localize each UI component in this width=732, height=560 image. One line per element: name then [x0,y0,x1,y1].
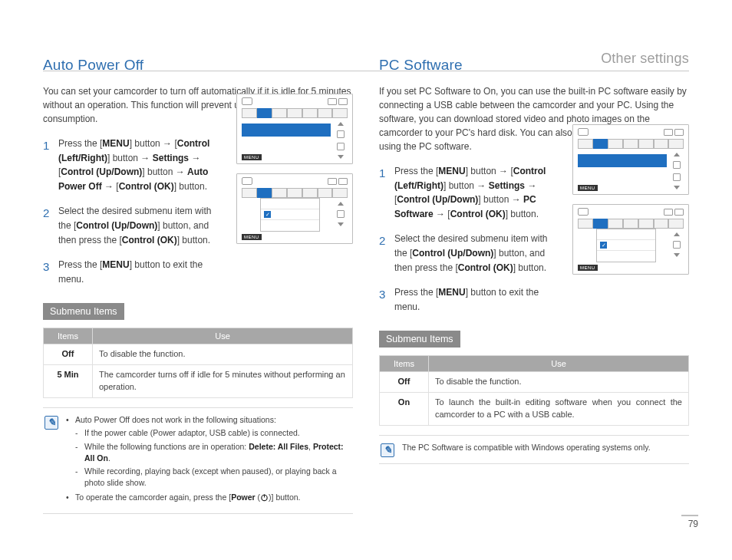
menu-badge: MENU [578,185,598,191]
menu-tabs [242,108,348,118]
illustration-menu-4: ✓ MENU [572,204,689,275]
chevron-up-icon [674,153,680,156]
note-icon: ✎ [381,443,394,457]
th-items: Items [44,328,93,344]
glyph-icon [673,173,681,181]
chevron-up-icon [338,202,344,206]
column-left: Auto Power Off You can set your camcorde… [43,40,353,528]
check-icon: ✓ [264,211,271,218]
glyph-icon [337,130,345,138]
home-icon [578,208,589,216]
table-row: On To launch the built-in editing softwa… [380,393,689,426]
submenu-items-tag: Submenu Items [43,303,124,320]
illustration-menu-2: ✓ MENU [236,173,353,244]
chevron-down-icon [674,253,680,257]
table-row: Off To disable the function. [44,344,353,365]
battery-icon [664,129,684,136]
battery-icon [328,98,348,105]
chevron-up-icon [338,122,344,126]
menu-badge: MENU [242,234,262,240]
note-icon: ✎ [45,416,58,430]
table-auto-power-off: Items Use Off To disable the function. 5… [43,328,353,398]
glyph-icon [337,210,345,218]
th-items: Items [380,356,429,372]
note-subitem: If the power cable (Power adaptor, USB c… [75,427,351,439]
cell-val: To disable the function. [93,344,353,365]
menu-badge: MENU [578,265,598,271]
step-1: Press the [MENU] button → [Control (Left… [43,137,216,193]
illustration-menu-3: MENU [572,124,689,195]
check-icon: ✓ [600,242,607,249]
cell-key: Off [380,372,429,393]
battery-icon [328,178,348,185]
home-icon [242,97,252,105]
menu-badge: MENU [242,154,262,160]
menu-tabs [578,219,684,229]
note-block-pc-software: ✎ The PC Software is compatible with Win… [379,435,689,464]
th-use: Use [93,328,353,344]
note-subitem: While recording, playing back (except wh… [75,466,351,489]
menu-tabs [242,188,348,198]
battery-icon [664,209,684,216]
cell-val: The camcorder turns off if idle for 5 mi… [93,365,353,398]
column-right: PC Software If you set PC Software to On… [379,40,689,528]
illustration-menu-1: MENU [236,94,353,164]
chevron-down-icon [338,155,344,159]
table-row: 5 Min The camcorder turns off if idle fo… [44,365,353,398]
cell-val: To launch the built-in editing software … [429,393,689,426]
step-3: Press the [MENU] button to exit the menu… [43,258,216,286]
glyph-icon [337,143,345,150]
glyph-icon [673,161,681,169]
step-3: Press the [MENU] button to exit the menu… [379,285,552,314]
chevron-up-icon [674,232,680,236]
heading-pc-software: PC Software [379,57,689,74]
glyph-icon [673,241,681,249]
cell-key: On [380,393,429,426]
cell-key: 5 Min [44,365,93,398]
note-block-auto-power-off: ✎ Auto Power Off does not work in the fo… [43,407,353,514]
note-item: To operate the camcorder again, press th… [66,492,351,503]
cell-val: To disable the function. [429,372,689,393]
menu-tabs [578,139,684,149]
home-icon [578,128,589,136]
home-icon [242,177,252,185]
chevron-down-icon [674,186,680,189]
heading-auto-power-off: Auto Power Off [43,57,353,74]
chevron-down-icon [338,222,344,226]
step-2: Select the desired submenu item with the… [379,232,552,275]
table-row: Off To disable the function. [380,372,689,393]
step-1: Press the [MENU] button → [Control (Left… [379,164,552,221]
submenu-items-tag: Submenu Items [379,331,460,348]
table-pc-software: Items Use Off To disable the function. O… [379,355,689,426]
note-text: The PC Software is compatible with Windo… [402,442,651,457]
page-number: 79 [681,515,698,529]
th-use: Use [429,356,689,372]
note-item: Auto Power Off does not work in the foll… [66,414,351,489]
cell-key: Off [44,344,93,365]
note-subitem: While the following functions are in ope… [75,441,351,464]
step-2: Select the desired submenu item with the… [43,204,216,247]
